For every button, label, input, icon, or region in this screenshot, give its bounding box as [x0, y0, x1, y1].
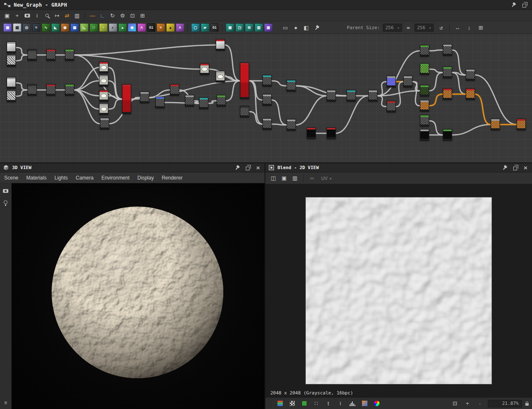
link-size-icon[interactable]: ∞ — [405, 23, 412, 32]
channel-select-icon[interactable] — [300, 399, 309, 408]
pin-panel-icon[interactable] — [234, 165, 240, 171]
screenshot-icon[interactable] — [22, 11, 32, 20]
graph-node[interactable] — [387, 101, 396, 112]
bitmap-node-icon[interactable]: ▦ — [3, 23, 12, 32]
link-creation-icon[interactable]: ⇄ — [62, 11, 72, 20]
light-icon[interactable] — [4, 200, 7, 204]
graph-node[interactable] — [217, 95, 226, 107]
elbow-links-icon[interactable]: ∟ — [98, 11, 107, 20]
graph-node[interactable] — [122, 84, 131, 114]
graph-node[interactable] — [46, 49, 55, 61]
graph-node[interactable] — [262, 94, 272, 106]
graph-node[interactable] — [466, 69, 475, 81]
graph-node[interactable] — [65, 49, 74, 61]
parent-size-width-select[interactable]: 256 — [383, 24, 402, 32]
menu-camera[interactable]: Camera — [76, 175, 94, 181]
maximize-panel-icon[interactable] — [513, 167, 517, 170]
graph-node[interactable] — [327, 90, 336, 102]
graph-node[interactable] — [420, 129, 429, 141]
purple-frame-icon[interactable]: ▣ — [264, 23, 272, 32]
graph-node[interactable] — [443, 44, 452, 56]
menu-lights[interactable]: Lights — [55, 175, 68, 181]
frame-add-icon[interactable]: ⊞ — [245, 23, 253, 32]
menu-environment[interactable]: Environment — [101, 175, 129, 181]
levels-adjust-icon[interactable] — [360, 399, 369, 408]
graph-node[interactable] — [420, 85, 429, 97]
search-icon[interactable] — [42, 11, 52, 20]
distance-node-icon[interactable]: ▦ — [70, 23, 79, 32]
3d-viewport[interactable] — [12, 183, 265, 409]
parent-size-height-select[interactable]: 256 — [415, 24, 434, 32]
snap-grid-icon[interactable]: ⊞ — [476, 23, 485, 32]
new-view-icon[interactable]: ▣ — [2, 11, 12, 20]
graph-node[interactable] — [200, 63, 209, 75]
menu-renderer[interactable]: Renderer — [162, 175, 182, 181]
graph-node[interactable] — [199, 97, 208, 109]
graph-node[interactable] — [27, 49, 37, 61]
frame-view-icon[interactable]: ⊡ — [128, 11, 137, 20]
maximize-panel-icon[interactable] — [246, 167, 250, 170]
warp-node-icon[interactable]: × — [157, 23, 165, 32]
straight-links-icon[interactable]: — — [88, 11, 97, 20]
graph-canvas[interactable] — [0, 34, 532, 162]
graph-node[interactable] — [287, 119, 296, 131]
maximize-panel-icon[interactable] — [522, 4, 526, 7]
color-space-icon[interactable] — [372, 399, 381, 408]
graph-node[interactable] — [443, 88, 452, 100]
save-image-icon[interactable]: ▣ — [280, 174, 289, 183]
blend-node-icon[interactable]: ▤ — [13, 23, 21, 32]
levels-node-icon[interactable]: ▲ — [118, 23, 127, 32]
gradient-node-icon[interactable]: ∷ — [90, 23, 98, 32]
distribute-vertical-icon[interactable]: ↕ — [465, 23, 474, 32]
tiling-grid-icon[interactable]: ∷ — [312, 399, 321, 408]
grayscale-conversion-node-icon[interactable]: ◔ — [99, 23, 107, 32]
menu-scene[interactable]: Scene — [4, 175, 18, 181]
pan-tool-icon[interactable]: + — [12, 11, 22, 20]
layers-blend-icon[interactable] — [275, 399, 285, 408]
graph-node[interactable] — [170, 84, 179, 96]
reset-size-icon[interactable]: ↺ — [437, 23, 446, 32]
switch-01-icon[interactable]: 01 — [210, 23, 219, 32]
graph-node[interactable] — [240, 106, 249, 117]
graph-node[interactable] — [7, 55, 16, 67]
graph-node[interactable] — [287, 80, 296, 92]
graph-node[interactable] — [99, 75, 108, 87]
graph-node[interactable] — [216, 71, 225, 82]
graph-node[interactable] — [368, 90, 377, 102]
graph-node[interactable] — [99, 103, 108, 115]
link-views-icon[interactable]: ∞ — [307, 174, 317, 183]
uniform-color-node-icon[interactable]: ▲ — [166, 23, 175, 32]
graph-node[interactable] — [99, 90, 108, 102]
graph-node[interactable] — [420, 100, 429, 112]
graph-node[interactable] — [46, 84, 55, 96]
graph-node[interactable] — [7, 42, 16, 53]
emboss-node-icon[interactable]: ◺ — [80, 23, 88, 32]
graph-node[interactable] — [387, 76, 396, 87]
lock-icon[interactable] — [525, 403, 529, 406]
export-output-icon[interactable]: ↦ — [52, 11, 62, 20]
information-icon[interactable]: i — [336, 399, 345, 408]
graph-node[interactable] — [262, 118, 272, 130]
export-image-icon[interactable]: ◫ — [269, 174, 278, 183]
pin-node-icon[interactable] — [312, 23, 321, 32]
close-panel-icon[interactable]: × — [256, 165, 260, 170]
graph-node[interactable] — [7, 90, 16, 102]
background-checker-icon[interactable] — [287, 399, 297, 408]
layered-resource-icon[interactable]: ▥ — [255, 23, 263, 32]
hsl-node-icon[interactable]: ◐ — [109, 23, 117, 32]
graph-node[interactable] — [491, 119, 500, 130]
info-tool-icon[interactable]: i — [32, 11, 42, 20]
fit-grid-icon[interactable]: ⊞ — [138, 11, 147, 20]
graph-node[interactable] — [420, 115, 429, 127]
graph-node[interactable] — [7, 77, 16, 89]
frame-all-icon[interactable]: ⊡ — [450, 399, 460, 408]
comment-icon[interactable]: ▭ — [281, 23, 290, 32]
dot-node-icon[interactable]: ● — [291, 23, 300, 32]
graph-node[interactable] — [185, 95, 194, 107]
histogram-icon[interactable] — [348, 399, 357, 408]
camera-icon[interactable] — [3, 189, 8, 193]
graph-node[interactable] — [420, 45, 429, 57]
graph-node[interactable] — [347, 90, 356, 102]
marquee-select-icon[interactable]: ▢ — [191, 23, 200, 32]
recompute-icon[interactable]: ↻ — [108, 11, 117, 20]
